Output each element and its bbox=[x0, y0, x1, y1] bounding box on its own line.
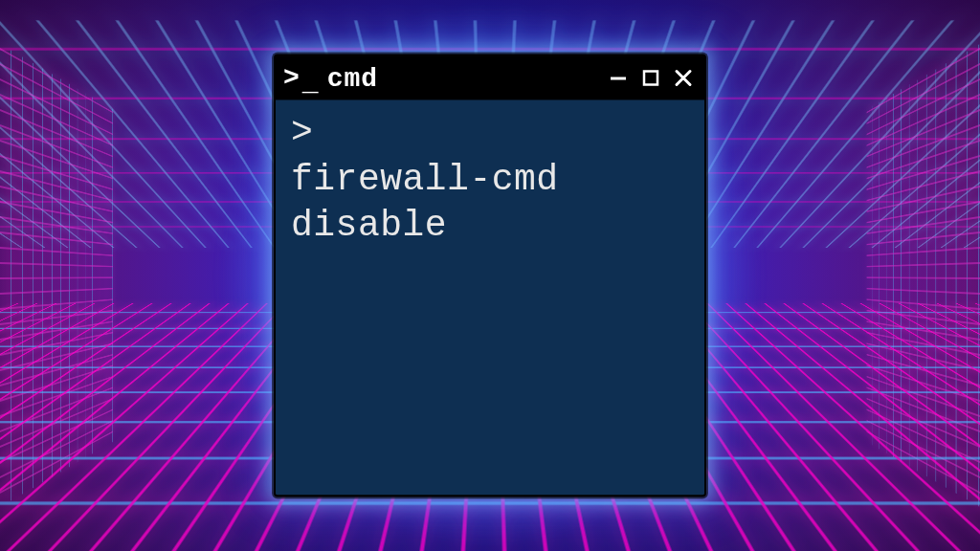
bg-wall-right bbox=[867, 44, 980, 507]
prompt-symbol: > bbox=[291, 112, 313, 153]
titlebar[interactable]: >_ cmd bbox=[276, 56, 704, 100]
terminal-body[interactable]: > firewall-cmd disable bbox=[276, 100, 704, 496]
window-title: cmd bbox=[327, 63, 378, 93]
minimize-icon bbox=[609, 69, 628, 88]
terminal-window: >_ cmd > firewall-cmd disa bbox=[274, 55, 706, 497]
close-button[interactable] bbox=[672, 67, 695, 90]
svg-rect-1 bbox=[644, 72, 657, 85]
maximize-button[interactable] bbox=[639, 67, 662, 90]
command-line: > firewall-cmd disable bbox=[291, 110, 689, 250]
close-icon bbox=[674, 69, 693, 88]
maximize-icon bbox=[641, 69, 660, 88]
bg-wall-left bbox=[0, 44, 113, 507]
svg-rect-0 bbox=[611, 77, 626, 80]
terminal-prompt-icon: >_ bbox=[283, 65, 320, 92]
minimize-button[interactable] bbox=[607, 67, 630, 90]
command-text: firewall-cmd disable bbox=[291, 158, 581, 246]
window-controls bbox=[607, 67, 695, 90]
